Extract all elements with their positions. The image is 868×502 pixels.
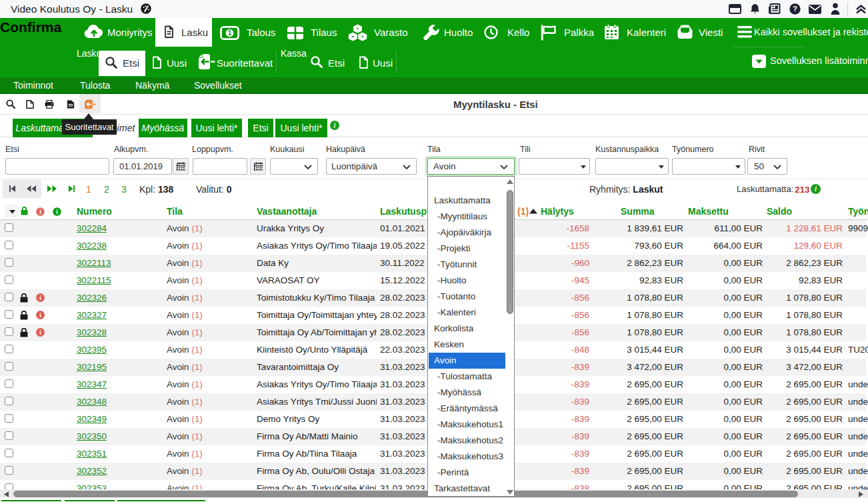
svg-text:i: i (334, 122, 336, 129)
svg-text:i: i (39, 311, 41, 319)
svg-text:i: i (56, 208, 58, 215)
svg-text:1: 1 (228, 29, 232, 37)
svg-text:?: ? (793, 5, 797, 13)
svg-text:i: i (39, 329, 41, 336)
svg-text:i: i (39, 294, 41, 301)
svg-text:i: i (39, 208, 41, 215)
